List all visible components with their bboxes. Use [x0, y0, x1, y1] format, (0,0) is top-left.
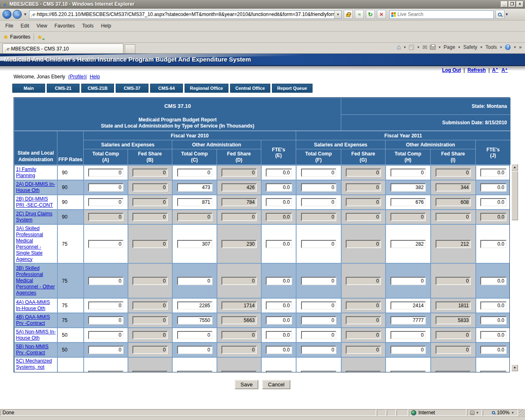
refresh-button[interactable]: ↻: [366, 10, 375, 19]
input-row3-col-f[interactable]: [301, 198, 336, 206]
row-link-5b-non-mmis-prv-contract[interactable]: 5B) Non-MMIS Prv -Contract: [16, 344, 48, 356]
input-row8-col-e[interactable]: [266, 316, 292, 324]
search-input[interactable]: [397, 11, 493, 17]
input-row5-col-j[interactable]: [480, 240, 507, 248]
row-link-3a-skilled-professional-[interactable]: 3A) Skilled Professional Medical Personn…: [16, 226, 43, 262]
mail-button[interactable]: ✉: [422, 44, 427, 50]
input-row5-col-f[interactable]: [301, 240, 336, 248]
logout-link[interactable]: Log Out: [442, 67, 461, 73]
minimize-button[interactable]: _: [501, 1, 508, 7]
row-link-5a-non-mmis-in-house-oth[interactable]: 5A) Non-MMIS In-House Oth: [16, 329, 56, 341]
help-link[interactable]: Help: [90, 74, 100, 80]
address-dropdown-button[interactable]: ▼: [334, 11, 341, 18]
input-row11-col-f[interactable]: [301, 371, 336, 372]
forward-button[interactable]: →: [13, 10, 22, 19]
input-row5-col-h[interactable]: [390, 240, 426, 248]
input-row8-col-c[interactable]: [177, 316, 212, 324]
close-button[interactable]: ×: [516, 1, 523, 7]
input-row7-col-e[interactable]: [266, 301, 292, 310]
add-favorite-button[interactable]: ★: [37, 34, 42, 40]
home-dropdown-icon[interactable]: ▼: [403, 46, 406, 49]
search-dropdown-icon[interactable]: ▼: [505, 12, 509, 16]
nav-tab-report-queue[interactable]: Report Queue: [272, 84, 313, 93]
input-row8-col-a[interactable]: [88, 316, 123, 324]
favorites-button[interactable]: Favorites: [10, 34, 30, 40]
input-row11-col-c[interactable]: [177, 371, 212, 372]
overflow-chevron-icon[interactable]: »: [519, 44, 522, 50]
safety-menu[interactable]: Safety: [463, 44, 477, 50]
tab-mbes-cbes[interactable]: e MBES/CBES - CMS 37.10: [2, 43, 123, 53]
nav-tab-cms-21[interactable]: CMS-21: [47, 84, 80, 93]
input-row8-col-f[interactable]: [301, 316, 336, 324]
input-row5-col-c[interactable]: [177, 240, 212, 248]
feeds-dropdown-icon[interactable]: ▼: [417, 46, 420, 49]
input-row11-col-e[interactable]: [266, 371, 292, 372]
history-dropdown-icon[interactable]: ▼: [23, 12, 27, 16]
input-row2-col-f[interactable]: [301, 183, 336, 192]
input-row3-col-h[interactable]: [390, 198, 426, 206]
input-row2-col-a[interactable]: [88, 183, 123, 192]
stop-button[interactable]: ×: [377, 10, 386, 19]
input-row6-col-e[interactable]: [266, 277, 292, 285]
address-input[interactable]: [37, 11, 334, 18]
nav-tab-central-office[interactable]: Central Office: [230, 84, 270, 93]
cancel-button[interactable]: Cancel: [262, 380, 290, 389]
menu-edit[interactable]: Edit: [17, 22, 33, 30]
input-row9-col-f[interactable]: [301, 331, 336, 339]
help-button[interactable]: ?: [505, 44, 511, 50]
input-row6-col-f[interactable]: [301, 277, 336, 285]
input-row2-col-e[interactable]: [266, 183, 292, 192]
row-link-2a-ddi-mmis-in-house-oth[interactable]: 2A) DDI-MMIS In-House Oth: [16, 181, 55, 193]
refresh-link[interactable]: Refresh: [468, 67, 486, 73]
input-row3-col-j[interactable]: [480, 198, 507, 206]
menu-tools[interactable]: Tools: [78, 22, 97, 30]
input-row6-col-j[interactable]: [480, 277, 507, 285]
row-link-3b-skilled-professional-[interactable]: 3B) Skilled Professional Medical Personn…: [16, 265, 55, 296]
input-row1-col-e[interactable]: [266, 169, 292, 177]
print-button[interactable]: [430, 45, 436, 50]
input-row11-col-h[interactable]: [390, 371, 426, 372]
new-tab-button[interactable]: [125, 44, 135, 53]
search-button[interactable]: [495, 10, 504, 19]
tools-dropdown-icon[interactable]: ▼: [499, 46, 502, 49]
profile-link[interactable]: (Profile)|: [68, 74, 87, 80]
resize-grip[interactable]: [518, 409, 525, 416]
input-row7-col-f[interactable]: [301, 301, 336, 310]
input-row10-col-j[interactable]: [480, 346, 507, 354]
menu-favorites[interactable]: Favorites: [51, 22, 78, 30]
input-row1-col-f[interactable]: [301, 169, 336, 177]
font-increase-icon[interactable]: A▲: [501, 67, 508, 73]
input-row3-col-e[interactable]: [266, 198, 292, 206]
scroll-up-button[interactable]: ▲: [511, 164, 518, 171]
menu-help[interactable]: Help: [97, 22, 115, 30]
menu-file[interactable]: File: [2, 22, 17, 30]
input-row1-col-h[interactable]: [390, 169, 426, 177]
input-row9-col-a[interactable]: [88, 331, 123, 339]
row-link-1-family-planning[interactable]: 1) Family Planning: [16, 167, 36, 178]
safety-dropdown-icon[interactable]: ▼: [480, 46, 483, 49]
input-row11-col-j[interactable]: [480, 371, 507, 372]
input-row10-col-c[interactable]: [177, 346, 212, 354]
row-link-4a-oaa-mmis-in-house-oth[interactable]: 4A) OAA-MMIS In-House Oth: [16, 299, 50, 311]
input-row10-col-h[interactable]: [390, 346, 426, 354]
page-menu[interactable]: Page: [444, 44, 455, 50]
input-row9-col-e[interactable]: [266, 331, 292, 339]
feeds-button[interactable]: [409, 45, 414, 50]
input-row10-col-e[interactable]: [266, 346, 292, 354]
save-button[interactable]: Save: [235, 380, 258, 389]
input-row2-col-j[interactable]: [480, 183, 507, 192]
input-row2-col-c[interactable]: [177, 183, 212, 192]
zoom-control[interactable]: 100% ▼: [483, 409, 518, 416]
page-dropdown-icon[interactable]: ▼: [458, 46, 461, 49]
nav-tab-main[interactable]: Main: [12, 84, 45, 93]
print-dropdown-icon[interactable]: ▼: [438, 46, 441, 49]
input-row1-col-j[interactable]: [480, 169, 507, 177]
input-row11-col-a[interactable]: [88, 371, 123, 372]
scrollbar-thumb[interactable]: [511, 171, 518, 220]
input-row6-col-c[interactable]: [177, 277, 212, 285]
scroll-down-button[interactable]: ▼: [511, 365, 518, 371]
protected-dropdown-icon[interactable]: ▼: [476, 411, 479, 415]
compatibility-view-button[interactable]: ≈: [355, 10, 364, 19]
input-row5-col-a[interactable]: [88, 240, 123, 248]
row-link-4b-oaa-mmis-prv-contract[interactable]: 4B) OAA-MMIS Prv -Contract: [16, 314, 50, 326]
